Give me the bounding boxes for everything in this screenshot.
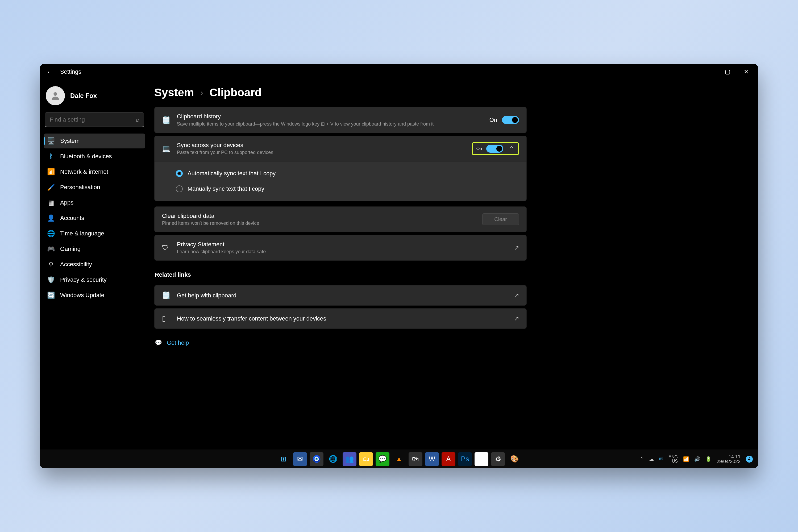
back-button[interactable]: ← <box>45 68 55 76</box>
sidebar-item-time-language[interactable]: 🌐 Time & language <box>44 226 145 241</box>
notification-badge[interactable]: 4 <box>746 456 753 462</box>
user-name: Dale Fox <box>70 92 97 99</box>
taskbar-app-photoshop[interactable]: Ps <box>458 452 472 466</box>
taskbar-app-store[interactable]: 🛍 <box>408 452 422 466</box>
nav-label: Personalisation <box>60 184 100 191</box>
chevron-right-icon: › <box>200 88 203 97</box>
taskbar-app-paint[interactable]: 🎨 <box>508 452 521 466</box>
related-link-help[interactable]: 🗒️ Get help with clipboard ↗ <box>154 285 527 306</box>
shield-icon: 🛡 <box>162 244 170 252</box>
language-indicator[interactable]: ENG US <box>668 455 678 463</box>
taskbar-app-teams[interactable]: 👥 <box>343 452 357 466</box>
sidebar-item-privacy-security[interactable]: 🛡️ Privacy & security <box>44 272 145 287</box>
taskbar-app-word[interactable]: W <box>425 452 439 466</box>
sidebar-item-gaming[interactable]: 🎮 Gaming <box>44 242 145 256</box>
nav-icon: ᛒ <box>48 153 55 160</box>
get-help-row[interactable]: 💬 Get help <box>155 339 527 346</box>
related-link-transfer[interactable]: ▯ How to seamlessly transfer content bet… <box>154 308 527 329</box>
taskbar-app-chrome[interactable]: 🌐 <box>326 452 340 466</box>
titlebar: ← Settings ― ▢ ✕ <box>40 64 758 80</box>
sidebar-item-accounts[interactable]: 👤 Accounts <box>44 211 145 226</box>
link-label: Get help with clipboard <box>177 292 507 299</box>
avatar <box>46 86 65 105</box>
maximize-button[interactable]: ▢ <box>718 64 737 80</box>
card-desc: Save multiple items to your clipboard—pr… <box>177 121 482 127</box>
taskbar-app-acrobat[interactable]: A <box>441 452 455 466</box>
sync-option-1[interactable]: Manually sync text that I copy <box>176 181 519 196</box>
toggle-state: On <box>476 146 482 151</box>
settings-window: ← Settings ― ▢ ✕ Dale Fox ⌕ 🖥️ Systemᛒ B… <box>40 64 758 468</box>
toggle-state: On <box>490 116 497 124</box>
nav-icon: 🌐 <box>48 230 55 237</box>
minimize-button[interactable]: ― <box>700 64 718 80</box>
chevron-up-icon[interactable]: ⌃ <box>508 145 515 152</box>
card-desc: Pinned items won't be removed on this de… <box>162 221 475 226</box>
radio-label: Automatically sync text that I copy <box>188 170 276 177</box>
battery-icon[interactable]: 🔋 <box>705 456 711 462</box>
sidebar-item-accessibility[interactable]: ⚲ Accessibility <box>44 257 145 272</box>
breadcrumb-root[interactable]: System <box>154 86 194 99</box>
nav-icon: 🔄 <box>48 291 55 299</box>
taskbar-app-copilot[interactable]: 🧿 <box>310 452 323 466</box>
sidebar-item-network-internet[interactable]: 📶 Network & internet <box>44 165 145 179</box>
taskbar-app-outlook[interactable]: ✉ <box>293 452 307 466</box>
taskbar-app-slack[interactable]: ✱ <box>475 452 488 466</box>
sidebar-item-personalisation[interactable]: 🖌️ Personalisation <box>44 180 145 195</box>
sync-toggle[interactable] <box>486 145 503 153</box>
card-desc: Paste text from your PC to supported dev… <box>177 150 465 155</box>
sync-option-0[interactable]: Automatically sync text that I copy <box>176 166 519 181</box>
radio-icon <box>176 170 183 177</box>
taskbar: ⊞ ✉ 🧿 🌐 👥 🗂 💬 ▲ 🛍 W A Ps ✱ ⚙ 🎨 ⌃ ☁ ✉ ENG… <box>40 450 758 468</box>
main-content: System › Clipboard 🗒️ Clipboard history … <box>149 80 758 450</box>
sidebar-item-system[interactable]: 🖥️ System <box>44 134 145 148</box>
clear-button[interactable]: Clear <box>482 213 519 225</box>
nav-icon: 🛡️ <box>48 276 55 284</box>
system-tray: ⌃ ☁ ✉ ENG US 📶 🔊 🔋 14:11 29/04/2022 4 <box>640 454 753 464</box>
nav-label: Gaming <box>60 246 81 252</box>
external-link-icon: ↗ <box>514 292 519 299</box>
nav-label: Apps <box>60 199 73 206</box>
nav-label: Accounts <box>60 215 84 222</box>
sidebar-item-bluetooth-devices[interactable]: ᛒ Bluetooth & devices <box>44 149 145 164</box>
nav-label: Bluetooth & devices <box>60 153 112 160</box>
sync-toggle-highlight: On ⌃ <box>472 142 519 155</box>
help-icon: 💬 <box>155 339 162 346</box>
related-heading: Related links <box>155 271 527 278</box>
search-box[interactable]: ⌕ <box>45 112 144 127</box>
get-help-link[interactable]: Get help <box>167 339 189 346</box>
card-sync[interactable]: 💻 Sync across your devices Paste text fr… <box>154 136 527 162</box>
card-title: Privacy Statement <box>177 241 507 248</box>
nav-icon: 🎮 <box>48 245 55 253</box>
volume-icon[interactable]: 🔊 <box>694 456 700 462</box>
nav-label: Windows Update <box>60 292 104 299</box>
card-privacy[interactable]: 🛡 Privacy Statement Learn how clipboard … <box>154 235 527 261</box>
nav-label: Network & internet <box>60 168 108 175</box>
taskbar-app-explorer[interactable]: 🗂 <box>359 452 373 466</box>
nav-icon: 📶 <box>48 168 55 175</box>
user-block[interactable]: Dale Fox <box>44 82 145 112</box>
breadcrumb: System › Clipboard <box>154 86 747 99</box>
tray-onedrive-icon[interactable]: ☁ <box>649 456 654 462</box>
card-clipboard-history[interactable]: 🗒️ Clipboard history Save multiple items… <box>154 107 527 133</box>
tray-overflow-icon[interactable]: ⌃ <box>640 456 644 462</box>
nav-label: Accessibility <box>60 261 92 268</box>
close-button[interactable]: ✕ <box>737 64 756 80</box>
card-clear: Clear clipboard data Pinned items won't … <box>154 206 527 232</box>
nav-label: Time & language <box>60 230 104 237</box>
nav-label: System <box>60 137 79 145</box>
taskbar-app-settings[interactable]: ⚙ <box>491 452 505 466</box>
sidebar-item-apps[interactable]: ▦ Apps <box>44 195 145 210</box>
history-toggle[interactable] <box>502 116 519 124</box>
taskbar-app-vlc[interactable]: ▲ <box>392 452 406 466</box>
nav-icon: 🖌️ <box>48 184 55 191</box>
tray-mail-icon[interactable]: ✉ <box>659 456 663 462</box>
search-input[interactable] <box>45 112 144 127</box>
taskbar-app-wechat[interactable]: 💬 <box>376 452 390 466</box>
radio-label: Manually sync text that I copy <box>188 185 264 192</box>
taskbar-center: ⊞ ✉ 🧿 🌐 👥 🗂 💬 ▲ 🛍 W A Ps ✱ ⚙ 🎨 <box>277 452 521 466</box>
clock[interactable]: 14:11 29/04/2022 <box>717 454 741 464</box>
start-button[interactable]: ⊞ <box>277 452 290 466</box>
wifi-icon[interactable]: 📶 <box>683 456 689 462</box>
sidebar-item-windows-update[interactable]: 🔄 Windows Update <box>44 288 145 303</box>
card-desc: Learn how clipboard keeps your data safe <box>177 249 507 254</box>
